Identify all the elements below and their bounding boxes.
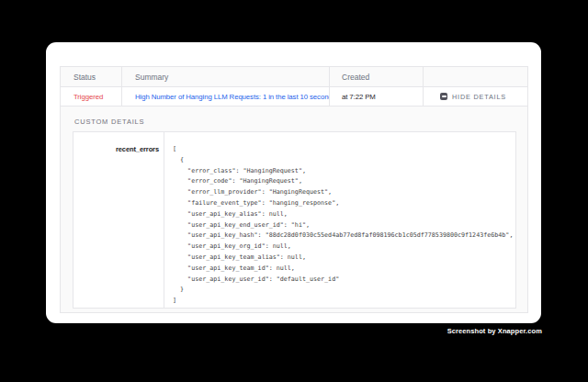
xnapper-watermark: Screenshot by Xnapper.com	[447, 327, 542, 335]
summary-cell: High Number of Hanging LLM Requests: 1 i…	[122, 87, 330, 106]
recent-errors-field-label: recent_errors	[116, 145, 159, 153]
table-row: Triggered High Number of Hanging LLM Req…	[60, 87, 528, 106]
column-header-created: Created	[330, 67, 424, 86]
alert-summary-link[interactable]: High Number of Hanging LLM Requests: 1 i…	[135, 93, 329, 101]
column-header-status: Status	[61, 67, 122, 86]
hide-details-label: HIDE DETAILS	[452, 93, 506, 101]
alerts-table: Status Summary Created Triggered High Nu…	[60, 66, 528, 313]
table-header-row: Status Summary Created	[60, 66, 528, 87]
actions-cell: HIDE DETAILS	[424, 87, 527, 106]
status-cell: Triggered	[61, 87, 122, 106]
field-label-column: recent_errors	[74, 132, 164, 308]
app-window-card: Status Summary Created Triggered High Nu…	[46, 42, 541, 323]
created-timestamp: at 7:22 PM	[342, 93, 376, 101]
created-cell: at 7:22 PM	[330, 87, 424, 106]
collapse-minus-icon	[440, 93, 447, 100]
column-header-summary: Summary	[122, 67, 330, 86]
recent-errors-json: [ { "error_class": "HangingRequest", "er…	[173, 144, 515, 307]
json-value-column: [ { "error_class": "HangingRequest", "er…	[164, 132, 515, 308]
column-header-actions	[424, 67, 527, 86]
custom-details-heading: CUSTOM DETAILS	[74, 118, 516, 127]
status-badge: Triggered	[74, 93, 103, 101]
custom-details-section: CUSTOM DETAILS recent_errors [ { "error_…	[60, 106, 528, 313]
hide-details-button[interactable]: HIDE DETAILS	[440, 93, 506, 101]
details-json-panel: recent_errors [ { "error_class": "Hangin…	[73, 131, 516, 309]
